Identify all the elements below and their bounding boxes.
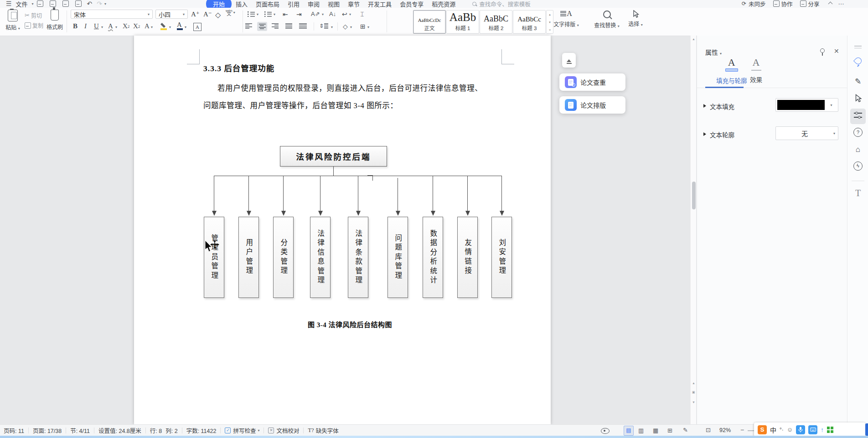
bold-button[interactable]: B (73, 22, 78, 30)
tab-review[interactable]: 审阅 (308, 0, 320, 8)
missing-font-button[interactable]: 缺失字体 (316, 426, 339, 435)
skill-lightning-icon[interactable]: ϟ (847, 162, 868, 171)
tab-page-layout[interactable]: 页面布局 (256, 0, 279, 8)
tab-references[interactable]: 引用 (288, 0, 300, 8)
rocket-icon[interactable] (847, 57, 868, 66)
sogou-logo[interactable]: S (758, 425, 767, 434)
pen-icon[interactable]: ✎ (847, 77, 868, 86)
adjust-sliders-icon[interactable] (847, 111, 868, 119)
decrease-indent-icon[interactable]: ⇤ (283, 10, 288, 18)
flow-box-data-analysis[interactable]: 数据分析统计 (423, 217, 443, 298)
text-tool-caret-icon[interactable]: ▾ (322, 12, 324, 16)
text-fill-swatch[interactable]: ▾ (775, 98, 838, 112)
collapse-float-button[interactable] (562, 53, 576, 68)
tab-effect[interactable]: A 效果 (750, 57, 762, 84)
scrollbar-thumb[interactable] (692, 182, 696, 209)
collab-button[interactable]: 协作 (781, 0, 793, 8)
bullets-caret-icon[interactable]: ▾ (257, 12, 258, 16)
styles-scroll-down-icon[interactable]: ▾ (549, 21, 551, 24)
char-border-button[interactable]: A (193, 23, 202, 31)
document-page[interactable]: 3.3.3 后台管理功能 若用户使用管理员的权限登录，则直接进入后台，后台可进行… (134, 36, 551, 424)
status-setting-value[interactable]: 设置值: 24.8厘米 (98, 426, 141, 435)
font-color-button[interactable]: A (177, 22, 183, 30)
view-fullscreen-icon[interactable]: ⊞ (667, 427, 672, 434)
status-word-count[interactable]: 字数: 11422 (186, 426, 217, 435)
char-shading-button[interactable]: A (145, 22, 150, 30)
align-left-button[interactable] (245, 23, 252, 29)
style-heading2[interactable]: AaBbC 标题 2 (480, 10, 512, 34)
zoom-level[interactable]: 92% (719, 427, 731, 433)
font-name-combo[interactable]: 宋体▾ (71, 10, 153, 19)
shading-icon[interactable]: ◇ (343, 23, 348, 30)
tab-insert[interactable]: 插入 (236, 0, 248, 8)
ime-mode[interactable]: 中 (770, 425, 776, 434)
borders-caret-icon[interactable]: ▾ (367, 25, 369, 29)
tab-view[interactable]: 视图 (328, 0, 340, 8)
ime-expand-icon[interactable]: ↑ (821, 426, 824, 433)
paper-format-button[interactable]: 论文排版 (559, 96, 625, 114)
undo-history-caret-icon[interactable]: ▾ (104, 2, 106, 6)
italic-button[interactable]: I (84, 22, 87, 30)
justify-button[interactable] (285, 23, 292, 29)
view-web-icon[interactable]: ▦ (653, 427, 658, 434)
select-browse-object-icon[interactable]: ▣ (692, 391, 695, 394)
numbering-caret-icon[interactable]: ▾ (274, 12, 275, 16)
tab-member[interactable]: 会员专享 (400, 0, 424, 8)
collab-icon[interactable] (773, 0, 780, 7)
char-shading-caret-icon[interactable]: ▾ (151, 25, 153, 29)
clear-format-icon[interactable]: ◇ (215, 10, 221, 19)
text-fill-expand-icon[interactable] (703, 104, 706, 108)
emphasis-caret-icon[interactable]: ▾ (115, 25, 117, 29)
increase-font-icon[interactable]: A⁺ (191, 10, 200, 18)
view-page-icon[interactable]: ▤ (624, 426, 634, 436)
font-color-caret-icon[interactable]: ▾ (185, 25, 186, 29)
export-pdf-icon[interactable] (50, 0, 56, 7)
text-outline-expand-icon[interactable] (703, 132, 706, 136)
borders-icon[interactable]: ⊞ (360, 23, 366, 30)
bullets-icon[interactable] (248, 11, 255, 17)
text-tool-icon[interactable]: A⇗ (311, 10, 320, 17)
line-spacing-caret-icon[interactable]: ▾ (331, 25, 333, 29)
ime-emoji-icon[interactable]: ☺ (787, 426, 793, 433)
print-preview-icon[interactable] (75, 0, 82, 7)
tab-developer[interactable]: 开发工具 (368, 0, 392, 8)
tab-stop-icon[interactable]: ⌶ (360, 10, 364, 18)
underline-caret-icon[interactable]: ▾ (101, 25, 103, 29)
text-layout-button[interactable]: A 文字排版 ▾ (553, 10, 579, 28)
eye-protect-icon[interactable] (601, 428, 610, 435)
styles-scroll-up-icon[interactable]: ▴ (549, 13, 551, 16)
more-options-icon[interactable]: ⋯ (838, 0, 844, 7)
copy-button[interactable]: 复制 (25, 21, 43, 29)
show-marks-icon[interactable]: ↩ (342, 10, 347, 18)
styles-expand-icon[interactable]: ≡ (549, 28, 551, 31)
zoom-out-icon[interactable]: − (740, 426, 744, 433)
ime-punctuation[interactable]: °· (780, 427, 784, 433)
flow-box-law-clause[interactable]: 法律条款管理 (348, 217, 368, 298)
shading-caret-icon[interactable]: ▾ (350, 25, 352, 29)
pin-icon[interactable] (820, 48, 825, 56)
share-button[interactable]: 分享 (808, 0, 820, 8)
numbering-icon[interactable] (264, 11, 272, 17)
tab-section[interactable]: 章节 (348, 0, 360, 8)
select-button[interactable]: 选择 ▾ (625, 10, 646, 27)
paper-check-button[interactable]: 论文查重 (559, 73, 625, 91)
text-outline-dropdown[interactable]: 无 ▾ (775, 126, 838, 140)
cursor-icon[interactable] (847, 94, 868, 104)
sync-status[interactable]: 未同步 (749, 0, 766, 8)
find-replace-button[interactable]: 查找替换 ▾ (593, 10, 621, 29)
distribute-button[interactable] (299, 23, 307, 29)
flow-box-admin[interactable]: 管理员管理 (204, 217, 224, 298)
ink-pen-icon[interactable]: ✎ (683, 427, 688, 433)
status-page-number[interactable]: 页码: 11 (4, 426, 24, 435)
redo-icon[interactable]: ↷ (97, 0, 102, 7)
hamburger-menu-icon[interactable]: ☰ (6, 0, 12, 7)
panel-title[interactable]: 属性 ▾ (705, 47, 722, 57)
cut-button[interactable]: ✂剪切 (25, 11, 42, 19)
flow-box-category[interactable]: 分类管理 (273, 217, 294, 298)
phonetic-guide-icon[interactable]: wén文▾ (226, 9, 235, 16)
previous-page-icon[interactable]: ▲ (692, 381, 695, 385)
style-normal[interactable]: AaBbCcDc 正文 (413, 10, 446, 34)
keyboard-icon[interactable] (808, 425, 817, 434)
save-icon[interactable] (37, 0, 43, 7)
file-menu[interactable]: 文件 (16, 0, 28, 8)
